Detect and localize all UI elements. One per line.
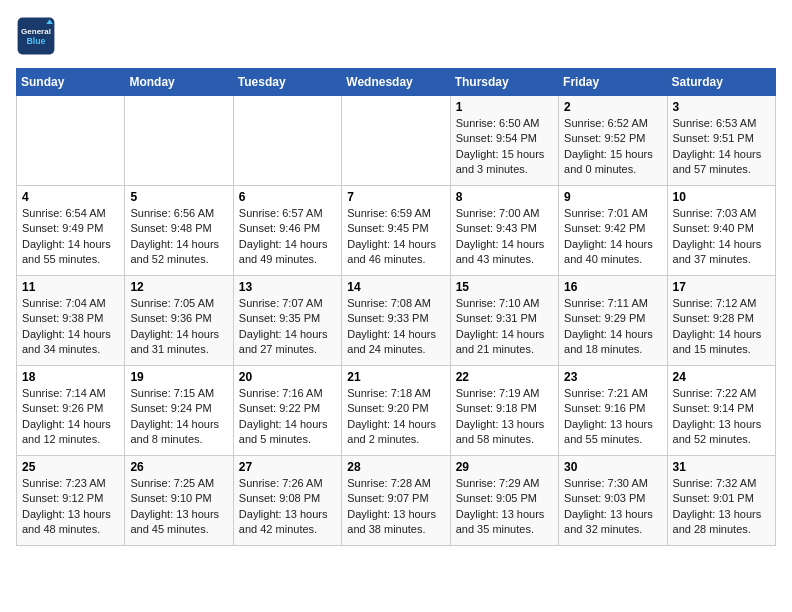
calendar-week-2: 4Sunrise: 6:54 AM Sunset: 9:49 PM Daylig… [17,186,776,276]
day-header-sunday: Sunday [17,69,125,96]
day-number: 16 [564,280,661,294]
day-number: 23 [564,370,661,384]
calendar-cell: 16Sunrise: 7:11 AM Sunset: 9:29 PM Dayli… [559,276,667,366]
calendar-cell: 6Sunrise: 6:57 AM Sunset: 9:46 PM Daylig… [233,186,341,276]
day-header-saturday: Saturday [667,69,775,96]
day-info: Sunrise: 7:32 AM Sunset: 9:01 PM Dayligh… [673,476,770,538]
day-number: 24 [673,370,770,384]
day-number: 8 [456,190,553,204]
day-number: 6 [239,190,336,204]
day-header-friday: Friday [559,69,667,96]
day-info: Sunrise: 7:03 AM Sunset: 9:40 PM Dayligh… [673,206,770,268]
day-info: Sunrise: 7:26 AM Sunset: 9:08 PM Dayligh… [239,476,336,538]
day-number: 30 [564,460,661,474]
day-number: 22 [456,370,553,384]
day-info: Sunrise: 7:10 AM Sunset: 9:31 PM Dayligh… [456,296,553,358]
day-info: Sunrise: 7:07 AM Sunset: 9:35 PM Dayligh… [239,296,336,358]
day-info: Sunrise: 7:08 AM Sunset: 9:33 PM Dayligh… [347,296,444,358]
day-number: 12 [130,280,227,294]
calendar-cell: 8Sunrise: 7:00 AM Sunset: 9:43 PM Daylig… [450,186,558,276]
calendar-cell: 31Sunrise: 7:32 AM Sunset: 9:01 PM Dayli… [667,456,775,546]
day-header-tuesday: Tuesday [233,69,341,96]
calendar-cell: 11Sunrise: 7:04 AM Sunset: 9:38 PM Dayli… [17,276,125,366]
day-header-thursday: Thursday [450,69,558,96]
calendar-cell: 3Sunrise: 6:53 AM Sunset: 9:51 PM Daylig… [667,96,775,186]
day-number: 14 [347,280,444,294]
day-info: Sunrise: 7:25 AM Sunset: 9:10 PM Dayligh… [130,476,227,538]
day-info: Sunrise: 7:18 AM Sunset: 9:20 PM Dayligh… [347,386,444,448]
calendar-cell: 28Sunrise: 7:28 AM Sunset: 9:07 PM Dayli… [342,456,450,546]
day-info: Sunrise: 7:05 AM Sunset: 9:36 PM Dayligh… [130,296,227,358]
calendar-cell: 24Sunrise: 7:22 AM Sunset: 9:14 PM Dayli… [667,366,775,456]
calendar-cell: 23Sunrise: 7:21 AM Sunset: 9:16 PM Dayli… [559,366,667,456]
day-info: Sunrise: 7:14 AM Sunset: 9:26 PM Dayligh… [22,386,119,448]
calendar-header-row: SundayMondayTuesdayWednesdayThursdayFrid… [17,69,776,96]
calendar-week-1: 1Sunrise: 6:50 AM Sunset: 9:54 PM Daylig… [17,96,776,186]
day-number: 5 [130,190,227,204]
day-info: Sunrise: 7:04 AM Sunset: 9:38 PM Dayligh… [22,296,119,358]
calendar-week-3: 11Sunrise: 7:04 AM Sunset: 9:38 PM Dayli… [17,276,776,366]
calendar-cell: 13Sunrise: 7:07 AM Sunset: 9:35 PM Dayli… [233,276,341,366]
day-number: 13 [239,280,336,294]
calendar-cell: 12Sunrise: 7:05 AM Sunset: 9:36 PM Dayli… [125,276,233,366]
day-info: Sunrise: 6:59 AM Sunset: 9:45 PM Dayligh… [347,206,444,268]
day-info: Sunrise: 7:01 AM Sunset: 9:42 PM Dayligh… [564,206,661,268]
day-number: 29 [456,460,553,474]
day-header-monday: Monday [125,69,233,96]
day-info: Sunrise: 6:54 AM Sunset: 9:49 PM Dayligh… [22,206,119,268]
calendar-cell: 21Sunrise: 7:18 AM Sunset: 9:20 PM Dayli… [342,366,450,456]
day-info: Sunrise: 6:50 AM Sunset: 9:54 PM Dayligh… [456,116,553,178]
calendar-cell: 10Sunrise: 7:03 AM Sunset: 9:40 PM Dayli… [667,186,775,276]
page-header: General Blue [16,16,776,56]
day-number: 31 [673,460,770,474]
calendar-cell: 20Sunrise: 7:16 AM Sunset: 9:22 PM Dayli… [233,366,341,456]
day-number: 26 [130,460,227,474]
calendar-cell [125,96,233,186]
day-number: 19 [130,370,227,384]
calendar-cell: 1Sunrise: 6:50 AM Sunset: 9:54 PM Daylig… [450,96,558,186]
calendar-cell [17,96,125,186]
day-info: Sunrise: 7:23 AM Sunset: 9:12 PM Dayligh… [22,476,119,538]
day-info: Sunrise: 6:57 AM Sunset: 9:46 PM Dayligh… [239,206,336,268]
calendar-cell: 25Sunrise: 7:23 AM Sunset: 9:12 PM Dayli… [17,456,125,546]
day-number: 17 [673,280,770,294]
calendar-cell: 18Sunrise: 7:14 AM Sunset: 9:26 PM Dayli… [17,366,125,456]
svg-text:General: General [21,27,51,36]
day-number: 9 [564,190,661,204]
day-info: Sunrise: 6:52 AM Sunset: 9:52 PM Dayligh… [564,116,661,178]
day-number: 18 [22,370,119,384]
calendar-cell: 7Sunrise: 6:59 AM Sunset: 9:45 PM Daylig… [342,186,450,276]
day-number: 2 [564,100,661,114]
calendar-cell: 19Sunrise: 7:15 AM Sunset: 9:24 PM Dayli… [125,366,233,456]
calendar-cell: 22Sunrise: 7:19 AM Sunset: 9:18 PM Dayli… [450,366,558,456]
day-number: 21 [347,370,444,384]
day-number: 27 [239,460,336,474]
calendar-week-4: 18Sunrise: 7:14 AM Sunset: 9:26 PM Dayli… [17,366,776,456]
calendar-cell [233,96,341,186]
day-info: Sunrise: 7:21 AM Sunset: 9:16 PM Dayligh… [564,386,661,448]
day-number: 1 [456,100,553,114]
calendar-cell: 5Sunrise: 6:56 AM Sunset: 9:48 PM Daylig… [125,186,233,276]
calendar-cell: 14Sunrise: 7:08 AM Sunset: 9:33 PM Dayli… [342,276,450,366]
svg-text:Blue: Blue [26,36,45,46]
calendar-week-5: 25Sunrise: 7:23 AM Sunset: 9:12 PM Dayli… [17,456,776,546]
day-info: Sunrise: 7:12 AM Sunset: 9:28 PM Dayligh… [673,296,770,358]
day-number: 25 [22,460,119,474]
day-info: Sunrise: 7:29 AM Sunset: 9:05 PM Dayligh… [456,476,553,538]
day-number: 28 [347,460,444,474]
day-info: Sunrise: 6:53 AM Sunset: 9:51 PM Dayligh… [673,116,770,178]
day-info: Sunrise: 7:28 AM Sunset: 9:07 PM Dayligh… [347,476,444,538]
day-number: 3 [673,100,770,114]
calendar-cell: 15Sunrise: 7:10 AM Sunset: 9:31 PM Dayli… [450,276,558,366]
calendar-cell: 17Sunrise: 7:12 AM Sunset: 9:28 PM Dayli… [667,276,775,366]
day-number: 20 [239,370,336,384]
calendar-cell: 2Sunrise: 6:52 AM Sunset: 9:52 PM Daylig… [559,96,667,186]
calendar-cell: 27Sunrise: 7:26 AM Sunset: 9:08 PM Dayli… [233,456,341,546]
day-number: 4 [22,190,119,204]
calendar-cell: 9Sunrise: 7:01 AM Sunset: 9:42 PM Daylig… [559,186,667,276]
day-number: 10 [673,190,770,204]
day-header-wednesday: Wednesday [342,69,450,96]
day-info: Sunrise: 6:56 AM Sunset: 9:48 PM Dayligh… [130,206,227,268]
day-info: Sunrise: 7:16 AM Sunset: 9:22 PM Dayligh… [239,386,336,448]
calendar-cell: 30Sunrise: 7:30 AM Sunset: 9:03 PM Dayli… [559,456,667,546]
